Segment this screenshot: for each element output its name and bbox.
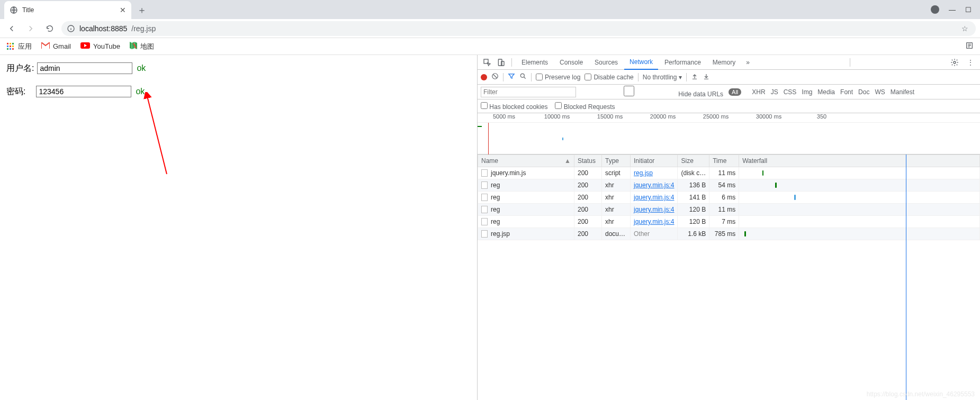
network-filter-bar: Hide data URLs All XHRJSCSSImgMediaFontD… (478, 85, 980, 99)
new-tab-button[interactable]: ＋ (134, 3, 149, 17)
timeline-tick: 20000 ms (636, 113, 689, 122)
col-status[interactable]: Status (574, 155, 602, 167)
forward-button[interactable] (23, 21, 38, 36)
hide-data-urls-checkbox[interactable]: Hide data URLs (581, 86, 723, 98)
request-row[interactable]: reg200xhrjquery.min.js:4141 B6 ms (478, 192, 980, 204)
device-toggle-icon[interactable] (495, 56, 507, 69)
inspect-element-icon[interactable] (481, 56, 493, 69)
col-size[interactable]: Size (678, 155, 709, 167)
annotation-arrow-icon (143, 92, 175, 177)
timeline-tick: 15000 ms (583, 113, 636, 122)
apps-shortcut[interactable]: 应用 (6, 42, 32, 51)
tab-performance[interactable]: Performance (659, 56, 706, 69)
tab-network[interactable]: Network (624, 55, 658, 70)
tab-console[interactable]: Console (554, 56, 588, 69)
reload-button[interactable] (42, 21, 57, 36)
svg-rect-2 (7, 43, 8, 44)
search-icon[interactable] (519, 72, 527, 81)
network-timeline[interactable]: 5000 ms10000 ms15000 ms20000 ms25000 ms3… (478, 113, 980, 154)
filter-type-js[interactable]: JS (771, 88, 778, 96)
devtools-menu-icon[interactable]: ⋮ (964, 56, 977, 69)
tab-memory[interactable]: Memory (707, 56, 741, 69)
reading-list-icon[interactable] (965, 41, 974, 51)
request-row[interactable]: reg.jsp200docu…Other1.6 kB785 ms (478, 228, 980, 240)
site-info-icon[interactable] (67, 24, 75, 33)
maximize-icon[interactable]: ☐ (965, 6, 972, 14)
col-waterfall[interactable]: Waterfall (739, 155, 980, 167)
filter-type-xhr[interactable]: XHR (752, 88, 765, 96)
filter-type-font[interactable]: Font (840, 88, 853, 96)
back-button[interactable] (4, 21, 19, 36)
gmail-label: Gmail (53, 42, 71, 50)
more-tabs-icon[interactable]: » (742, 59, 754, 66)
file-icon (481, 194, 488, 201)
filter-input[interactable] (481, 87, 576, 97)
bookmark-gmail[interactable]: Gmail (41, 42, 71, 50)
timeline-tick: 10000 ms (531, 113, 583, 122)
password-input[interactable] (36, 86, 131, 97)
filter-type-ws[interactable]: WS (875, 88, 885, 96)
blocked-cookies-checkbox[interactable]: Has blocked cookies (481, 102, 547, 111)
browser-tab[interactable]: Title ✕ (4, 1, 131, 19)
tab-sources[interactable]: Sources (589, 56, 623, 69)
clear-button[interactable] (491, 72, 499, 81)
username-input[interactable] (37, 62, 132, 74)
download-har-icon[interactable] (703, 72, 710, 81)
svg-rect-10 (12, 48, 14, 50)
file-icon (481, 218, 488, 225)
col-initiator[interactable]: Initiator (631, 155, 678, 167)
timeline-tick: 25000 ms (689, 113, 742, 122)
devtools-panel: Elements Console Sources Network Perform… (477, 55, 980, 400)
tab-title: Title (22, 6, 34, 14)
disable-cache-checkbox[interactable]: Disable cache (585, 74, 633, 81)
svg-rect-7 (12, 46, 14, 47)
col-name[interactable]: Name▲ (478, 155, 574, 167)
request-row[interactable]: reg200xhrjquery.min.js:4136 B54 ms (478, 179, 980, 192)
preserve-log-checkbox[interactable]: Preserve log (536, 74, 580, 81)
address-bar[interactable]: localhost:8885/reg.jsp ☆ (61, 21, 976, 36)
bookmark-maps[interactable]: 地图 (130, 42, 154, 51)
gmail-icon (41, 42, 50, 50)
request-row[interactable]: jquery.min.js200scriptreg.jsp(disk c…11 … (478, 167, 980, 179)
password-label: 密码: (6, 86, 25, 97)
filter-type-manifest[interactable]: Manifest (891, 88, 914, 96)
col-type[interactable]: Type (602, 155, 631, 167)
filter-type-doc[interactable]: Doc (858, 88, 869, 96)
bookmark-youtube[interactable]: YouTube (80, 42, 120, 50)
request-row[interactable]: reg200xhrjquery.min.js:4120 B7 ms (478, 216, 980, 228)
filter-type-media[interactable]: Media (817, 88, 835, 96)
record-button[interactable] (481, 74, 487, 80)
maps-icon (130, 42, 137, 51)
filter-type-img[interactable]: Img (802, 88, 812, 96)
minimize-icon[interactable]: — (949, 6, 956, 14)
tab-strip: Title ✕ ＋ — ☐ (0, 0, 980, 19)
svg-rect-4 (12, 43, 14, 44)
throttling-select[interactable]: No throttling ▾ (643, 74, 682, 81)
filter-type-css[interactable]: CSS (784, 88, 797, 96)
close-tab-icon[interactable]: ✕ (120, 6, 126, 14)
apps-label: 应用 (18, 42, 32, 51)
filter-toggle-icon[interactable] (508, 72, 515, 81)
svg-rect-8 (7, 48, 8, 50)
youtube-label: YouTube (93, 42, 120, 50)
tab-elements[interactable]: Elements (516, 56, 553, 69)
globe-icon (10, 6, 18, 14)
file-icon (481, 181, 488, 189)
browser-toolbar: localhost:8885/reg.jsp ☆ (0, 19, 980, 38)
account-avatar-icon[interactable] (931, 5, 939, 14)
page-content: 用户名: ok 密码: ok (0, 55, 477, 400)
devtools-settings-icon[interactable] (948, 56, 961, 69)
network-toolbar: Preserve log Disable cache No throttling… (478, 70, 980, 85)
file-icon (481, 169, 488, 177)
col-time[interactable]: Time (709, 155, 739, 167)
url-path: /reg.jsp (131, 24, 156, 33)
request-row[interactable]: reg200xhrjquery.min.js:4120 B11 ms (478, 204, 980, 216)
upload-har-icon[interactable] (691, 72, 698, 81)
blocked-requests-checkbox[interactable]: Blocked Requests (555, 102, 615, 111)
bookmark-star-icon[interactable]: ☆ (961, 24, 968, 33)
timeline-tick: 350 (795, 113, 848, 122)
username-row: 用户名: ok (6, 62, 471, 74)
filter-all-pill[interactable]: All (729, 88, 741, 96)
timeline-cursor (488, 123, 489, 154)
timeline-marker (478, 126, 482, 127)
